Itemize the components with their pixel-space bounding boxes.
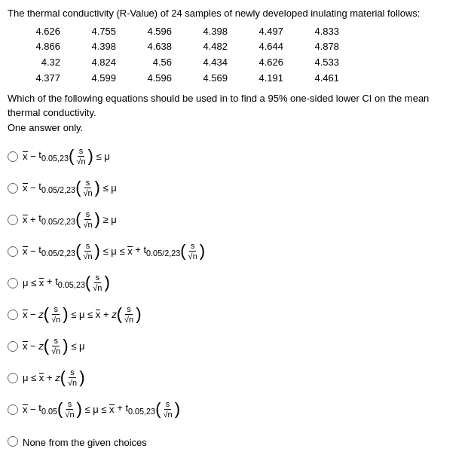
data-table: 4.626 4.755 4.596 4.398 4.497 4.833 4.86… <box>23 24 463 87</box>
formula-2: x − t0.05/2,23 ( s √n ) ≤ μ <box>23 178 117 198</box>
option-8[interactable]: μ ≤ x + z ( s √n ) <box>8 364 463 391</box>
option-7[interactable]: x − z ( s √n ) ≤ μ <box>8 332 463 359</box>
formula-7: x − z ( s √n ) ≤ μ <box>23 336 85 356</box>
radio-10[interactable] <box>8 436 18 447</box>
radio-9[interactable] <box>8 404 18 415</box>
option-2[interactable]: x − t0.05/2,23 ( s √n ) ≤ μ <box>8 174 463 201</box>
radio-2[interactable] <box>8 183 18 194</box>
radio-8[interactable] <box>8 373 18 383</box>
radio-4[interactable] <box>8 246 18 257</box>
formula-9: x − t0.05 ( s √n ) ≤ μ ≤ x + t0.05,23 ( … <box>23 399 180 420</box>
formula-4: x − t0.05/2,23 ( s √n ) ≤ μ ≤ x + t0.05/… <box>23 241 205 261</box>
data-row-3: 4.32 4.824 4.56 4.434 4.626 4.533 <box>23 55 463 71</box>
radio-1[interactable] <box>8 151 18 162</box>
option-5[interactable]: μ ≤ x + t0.05,23 ( s √n ) <box>8 269 463 296</box>
question-text: Which of the following equations should … <box>8 91 463 136</box>
radio-6[interactable] <box>8 310 18 320</box>
data-row-2: 4.866 4.398 4.638 4.482 4.644 4.878 <box>23 39 463 55</box>
option-3[interactable]: x + t0.05/2,23 ( s √n ) ≥ μ <box>8 206 463 233</box>
radio-5[interactable] <box>8 278 18 288</box>
radio-7[interactable] <box>8 341 18 352</box>
option-1[interactable]: x − t0.05,23 ( s √n ) ≤ μ <box>8 142 463 169</box>
option-4[interactable]: x − t0.05/2,23 ( s √n ) ≤ μ ≤ x + t0.05/… <box>8 237 463 264</box>
formula-1: x − t0.05,23 ( s √n ) ≤ μ <box>23 146 110 166</box>
none-choice-label: None from the given choices <box>23 437 147 448</box>
data-row-1: 4.626 4.755 4.596 4.398 4.497 4.833 <box>23 24 463 40</box>
intro-text: The thermal conductivity (R-Value) of 24… <box>8 6 463 21</box>
formula-3: x + t0.05/2,23 ( s √n ) ≥ μ <box>23 209 117 230</box>
option-6[interactable]: x − z ( s √n ) ≤ μ ≤ x + z ( s √n ) <box>8 301 463 328</box>
formula-5: μ ≤ x + t0.05,23 ( s √n ) <box>23 273 110 293</box>
options-container: x − t0.05,23 ( s √n ) ≤ μ x − t0.05/2,23… <box>8 142 463 454</box>
formula-8: μ ≤ x + z ( s √n ) <box>23 368 85 388</box>
data-row-4: 4.377 4.599 4.596 4.569 4.191 4.461 <box>23 71 463 87</box>
option-10[interactable]: None from the given choices <box>8 427 463 454</box>
option-9[interactable]: x − t0.05 ( s √n ) ≤ μ ≤ x + t0.05,23 ( … <box>8 395 463 423</box>
formula-6: x − z ( s √n ) ≤ μ ≤ x + z ( s √n ) <box>23 304 142 325</box>
radio-3[interactable] <box>8 215 18 225</box>
